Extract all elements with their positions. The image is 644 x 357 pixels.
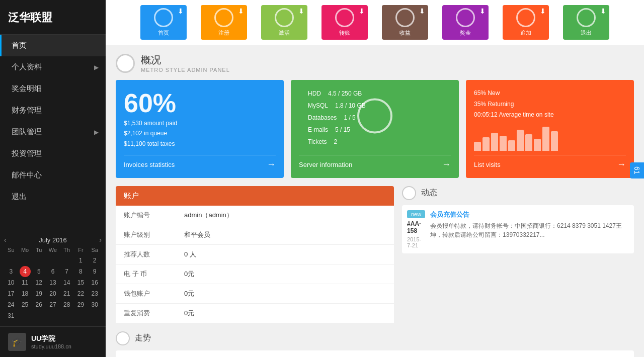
activity-link[interactable]: 会员充值公告 — [430, 210, 629, 219]
calendar-day[interactable]: 13 — [46, 277, 60, 288]
activity-badge: new — [407, 210, 425, 218]
tile-download-icon: ⬇ — [298, 7, 304, 15]
calendar-day[interactable]: 30 — [88, 299, 102, 310]
calendar-next-btn[interactable]: › — [99, 236, 102, 244]
calendar-day[interactable]: 19 — [32, 288, 46, 299]
calendar-day[interactable]: 8 — [74, 266, 88, 277]
tile-label: 退出 — [581, 29, 592, 37]
calendar-month-year: July 2016 — [39, 236, 67, 244]
sidebar-nav-item-team[interactable]: 团队管理▶ — [0, 121, 106, 143]
invoices-in-queue: $2,102 in queue — [124, 128, 276, 138]
tile-circle-icon — [275, 8, 294, 27]
top-nav-item-register[interactable]: ⬇ 注册 — [194, 0, 254, 45]
calendar-day[interactable]: 18 — [18, 288, 32, 299]
calendar-day — [46, 310, 60, 321]
calendar-day[interactable]: 2 — [88, 255, 102, 266]
sidebar-nav-item-logout[interactable]: 退出 — [0, 186, 106, 208]
calendar-day-header: Fr — [74, 247, 88, 253]
calendar-day[interactable]: 27 — [46, 299, 60, 310]
calendar-day[interactable]: 4 — [20, 266, 31, 277]
calendar-day — [46, 255, 60, 266]
calendar-day[interactable]: 17 — [4, 288, 18, 299]
calendar-day[interactable]: 31 — [4, 310, 18, 321]
calendar-header: ‹ July 2016 › — [4, 236, 102, 244]
account-table: 账户编号admin（admin）账户级别和平会员推荐人数0 人电 子 币0元钱包… — [116, 206, 394, 323]
activity-desc: 会员报单特款，请待财务帐号：中国招商银行：6214 8379 3051 1427… — [430, 221, 629, 239]
calendar-day[interactable]: 26 — [32, 299, 46, 310]
account-activity-section: 账户 账户编号admin（admin）账户级别和平会员推荐人数0 人电 子 币0… — [116, 186, 634, 323]
visits-bar — [525, 134, 532, 151]
account-table-row: 账户级别和平会员 — [116, 225, 394, 244]
calendar-day[interactable]: 20 — [46, 288, 60, 299]
invoices-footer-label: Invoices statistics — [124, 161, 175, 168]
sidebar: 泛华联盟 首页个人资料▶奖金明细财务管理团队管理▶投资管理邮件中心退出 ‹ Ju… — [0, 0, 106, 357]
server-row-value: 1 / 5 — [341, 113, 358, 122]
activity-title: 动态 — [421, 188, 437, 198]
top-nav-item-award[interactable]: ⬇ 奖金 — [435, 0, 496, 45]
server-circle-icon — [357, 99, 392, 134]
tile-download-icon: ⬇ — [178, 7, 184, 15]
calendar-day[interactable]: 3 — [4, 266, 18, 277]
server-row-value: 2 — [331, 137, 341, 146]
calendar-day[interactable]: 16 — [88, 277, 102, 288]
tile-label: 奖金 — [460, 29, 471, 37]
visits-avg-time: 00:05:12 Average time on site — [474, 110, 626, 121]
server-arrow-icon[interactable]: → — [442, 159, 451, 170]
server-row-label: E-mails — [305, 125, 331, 134]
calendar-day[interactable]: 21 — [60, 288, 74, 299]
top-nav-item-home[interactable]: ⬇ 首页 — [133, 0, 194, 45]
calendar-day[interactable]: 23 — [88, 288, 102, 299]
visits-bar — [474, 142, 481, 151]
sidebar-nav-item-mail[interactable]: 邮件中心 — [0, 164, 106, 186]
tile-circle-icon — [516, 8, 535, 27]
calendar-day-header: Tu — [32, 247, 46, 253]
visits-arrow-icon[interactable]: → — [617, 159, 626, 170]
tile-circle-icon — [154, 8, 173, 27]
calendar-day[interactable]: 1 — [74, 255, 88, 266]
calendar-day[interactable]: 11 — [18, 277, 32, 288]
calendar-prev-btn[interactable]: ‹ — [4, 236, 7, 244]
trend-chart-wrap: visitsuniquesales 3000 2500 — [116, 350, 634, 357]
content-area: 概况 METRO STYLE ADMIN PANEL 60% $1,530 am… — [106, 45, 644, 357]
calendar-day — [88, 310, 102, 321]
top-nav-item-exit[interactable]: ⬇ 退出 — [556, 0, 616, 45]
top-nav-item-revenue[interactable]: ⬇ 收益 — [375, 0, 435, 45]
activity-wrap: 动态 new #AA-158 2015-7-21 会员充值公告 会员报单特款，请… — [402, 186, 634, 323]
account-value: 0元 — [176, 284, 394, 303]
calendar-day[interactable]: 12 — [32, 277, 46, 288]
calendar-day-header: We — [46, 247, 60, 253]
footer-logo-icon: 🎓 — [8, 333, 26, 351]
sidebar-nav-item-bonus[interactable]: 奖金明细 — [0, 78, 106, 100]
calendar-day[interactable]: 10 — [4, 277, 18, 288]
visits-bar — [500, 136, 507, 151]
tile-download-icon: ⬇ — [359, 7, 365, 15]
overview-subtitle: METRO STYLE ADMIN PANEL — [141, 67, 230, 73]
visits-new-pct: 65% New — [474, 88, 626, 99]
sidebar-nav-item-home[interactable]: 首页 — [0, 35, 106, 56]
calendar-day[interactable]: 22 — [74, 288, 88, 299]
calendar-day[interactable]: 28 — [60, 299, 74, 310]
calendar-day[interactable]: 24 — [4, 299, 18, 310]
sidebar-nav-item-investment[interactable]: 投资管理 — [0, 143, 106, 164]
account-table-row: 电 子 币0元 — [116, 264, 394, 284]
calendar-day[interactable]: 29 — [74, 299, 88, 310]
top-nav-item-add[interactable]: ⬇ 追加 — [496, 0, 556, 45]
server-row-value: 4.5 / 250 GB — [325, 89, 365, 98]
calendar-day[interactable]: 6 — [46, 266, 60, 277]
top-nav-item-activate[interactable]: ⬇ 激活 — [254, 0, 314, 45]
calendar-day[interactable]: 7 — [60, 266, 74, 277]
right-badge[interactable]: 61 — [630, 162, 644, 178]
calendar-day[interactable]: 14 — [60, 277, 74, 288]
sidebar-nav-arrow-icon: ▶ — [94, 64, 99, 71]
sidebar-nav-item-profile[interactable]: 个人资料▶ — [0, 56, 106, 78]
calendar-day[interactable]: 15 — [74, 277, 88, 288]
calendar-day[interactable]: 5 — [32, 266, 46, 277]
visits-bar — [491, 133, 498, 151]
visits-bar — [508, 140, 515, 151]
visits-info: 65% New 35% Returning 00:05:12 Average t… — [474, 88, 626, 121]
calendar-day[interactable]: 9 — [88, 266, 102, 277]
sidebar-nav-item-finance[interactable]: 财务管理 — [0, 100, 106, 121]
invoices-arrow-icon[interactable]: → — [267, 159, 276, 170]
top-nav-item-transfer[interactable]: ⬇ 转账 — [314, 0, 375, 45]
calendar-day[interactable]: 25 — [18, 299, 32, 310]
